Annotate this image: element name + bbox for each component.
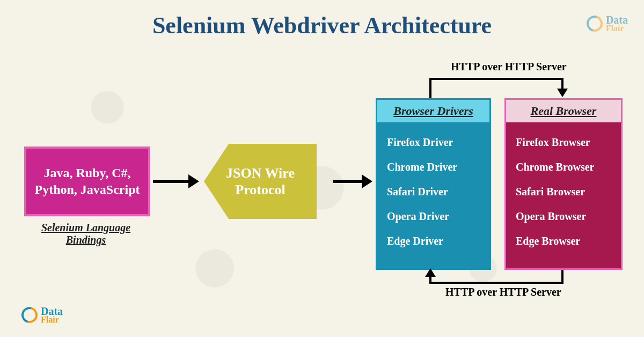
connector-top	[429, 78, 564, 80]
arrow-lang-to-protocol	[153, 180, 189, 183]
brand-line1: Data	[41, 306, 63, 316]
brand-logo-text: Data Flair	[606, 15, 628, 32]
drivers-list: Firefox Driver Chrome Driver Safari Driv…	[377, 122, 489, 261]
brand-logo-top: Data Flair	[587, 15, 628, 32]
arrow-up-icon	[425, 268, 436, 277]
browser-item: Edge Browser	[516, 229, 611, 253]
http-label-bottom: HTTP over HTTP Server	[445, 286, 561, 298]
arrow-down-icon	[557, 89, 568, 97]
browser-item: Safari Browser	[516, 179, 611, 204]
drivers-header: Browser Drivers	[377, 100, 489, 122]
driver-item: Chrome Driver	[387, 155, 480, 179]
browsers-list: Firefox Browser Chrome Browser Safari Br…	[506, 122, 621, 261]
brand-logo-icon	[583, 13, 605, 35]
driver-item: Opera Driver	[387, 204, 480, 229]
browsers-box: Real Browser Firefox Browser Chrome Brow…	[504, 98, 623, 270]
languages-text: Java, Ruby, C#, Python, JavaScript	[32, 165, 143, 198]
driver-item: Edge Driver	[387, 229, 480, 253]
browser-item: Firefox Browser	[516, 130, 611, 155]
http-label-top: HTTP over HTTP Server	[451, 61, 567, 73]
connector-bottom	[429, 282, 564, 284]
brand-logo-bottom: Data Flair	[21, 306, 63, 324]
brand-line2: Flair	[606, 25, 628, 32]
driver-item: Firefox Driver	[387, 130, 480, 155]
driver-item: Safari Driver	[387, 179, 480, 204]
brand-logo-text: Data Flair	[41, 306, 63, 324]
drivers-box: Browser Drivers Firefox Driver Chrome Dr…	[376, 98, 491, 270]
brand-line2: Flair	[41, 316, 63, 324]
languages-caption: Selenium Language Bindings	[32, 222, 140, 246]
languages-box: Java, Ruby, C#, Python, JavaScript	[24, 146, 150, 216]
arrow-protocol-to-drivers	[333, 180, 363, 183]
diagram-canvas: Java, Ruby, C#, Python, JavaScript Selen…	[0, 39, 644, 329]
browsers-header: Real Browser	[506, 100, 621, 122]
connector-top	[429, 79, 431, 98]
browser-item: Chrome Browser	[516, 155, 611, 179]
protocol-text: JSON Wire Protocol	[204, 165, 317, 198]
brand-logo-icon	[19, 304, 41, 326]
browser-item: Opera Browser	[516, 204, 611, 229]
protocol-box: JSON Wire Protocol	[204, 144, 317, 219]
